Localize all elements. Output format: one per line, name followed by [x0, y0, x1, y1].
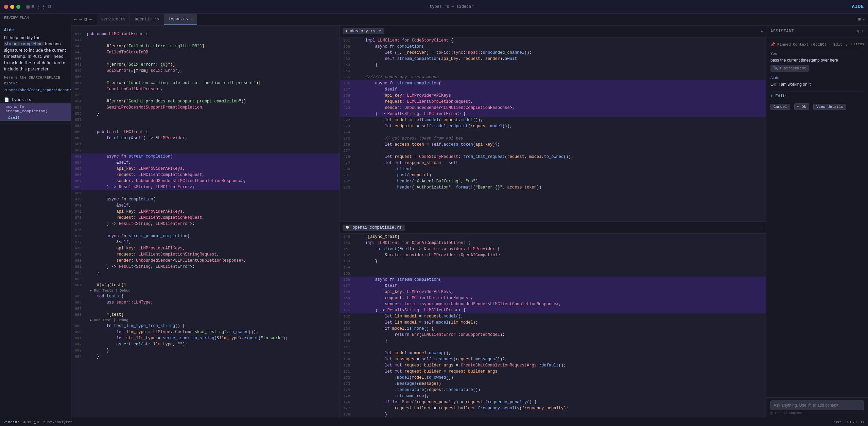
code-line-614: 614 pub enum LLMClientError {: [71, 31, 340, 37]
code-line-687: 687: [71, 306, 340, 312]
assistant-new-chat-icon[interactable]: +: [862, 29, 864, 34]
status-language[interactable]: Rust: [832, 420, 841, 424]
layout-icon[interactable]: ⊞: [31, 4, 34, 10]
minimize-button[interactable]: [10, 5, 14, 9]
assistant-title: ASSISTANT: [770, 29, 794, 34]
assistant-input-hint: @ to add context: [770, 411, 864, 415]
assistant-input-field[interactable]: [770, 400, 864, 410]
aide-description-text: I'll help modify the stream_completion f…: [4, 35, 67, 72]
rb-code-line-178: 178 }: [340, 411, 766, 417]
chat-text-you: pass the current timestamp over here: [770, 57, 864, 63]
tab-agentic-rs[interactable]: agentic.rs: [131, 14, 163, 25]
sidebar: REVIEW PLAN Aide I'll help modify the st…: [0, 14, 71, 418]
left-editor-pane: 614 pub enum LLMClientError { 644 645 #[…: [71, 26, 340, 418]
close-button[interactable]: [4, 5, 8, 9]
traffic-lights: [4, 5, 20, 9]
code-line-682: 682 }: [71, 270, 340, 276]
status-encoding[interactable]: UTF-8: [846, 420, 857, 424]
right-top-code-editor[interactable]: 251 impl LLMClient for CodeStoryClient {…: [340, 37, 766, 222]
code-line-645: 645 #[error("Failed to store in sqlite D…: [71, 43, 340, 49]
code-line-672: 672 api_key: LLMProviderAPIKeys,: [71, 209, 340, 215]
maximize-button[interactable]: [16, 5, 20, 9]
attachment-icon: 📎: [773, 66, 778, 70]
rb-code-line-173: 173 .messages(messages): [340, 381, 766, 387]
breadcrumb-split-icon[interactable]: ⊞: [858, 17, 861, 22]
rb-code-line-153: 153 }: [340, 258, 766, 264]
grid-icon[interactable]: ⋮⋮: [36, 4, 46, 10]
pin-icon: 📌: [770, 42, 775, 47]
tab-types-rs[interactable]: types.rs ✕: [164, 14, 197, 25]
r-code-line-267: 267 &self,: [340, 86, 766, 93]
titlebar: ▤ ⊞ ⋮⋮ ⧉ types.rs — sidecar AIDE: [0, 0, 868, 14]
ok-button[interactable]: ↩ Ok: [794, 103, 809, 110]
tab-openai-compatible[interactable]: openai_compatible.rs: [343, 225, 405, 231]
pane-more-icon[interactable]: ⋯: [761, 29, 763, 34]
ok-label: ↩ Ok: [797, 105, 806, 109]
code-line-680: 680 sender: UnboundedSender<LLMClientCom…: [71, 258, 340, 264]
status-right: Rust UTF-8 LF: [832, 420, 865, 424]
code-line-667: 667 sender: UnboundedSender<LLMClientCom…: [71, 178, 340, 184]
cfg-test-annotation: [71, 26, 340, 31]
edits-label[interactable]: + Edits: [770, 94, 787, 99]
status-bar: ⎇ main* ⊗ 33 △ 0 rust-analyzer Rust UTF-…: [0, 418, 868, 426]
tab-agentic-rs-label: agentic.rs: [135, 17, 159, 22]
assistant-header-actions: ∨ +: [857, 29, 864, 34]
assistant-panel: ASSISTANT ∨ + 📌 Pinned Context (0:1EC) ·…: [766, 26, 868, 418]
code-line-649: 649 SqlxError(#[from] sqlx::Error),: [71, 68, 340, 74]
nav-forward-icon[interactable]: →: [79, 17, 82, 22]
file-tree-item[interactable]: 📄 types.rs: [0, 96, 71, 103]
titlebar-title: types.rs — sidecar: [54, 4, 849, 9]
split-icon[interactable]: ⧉: [48, 4, 51, 10]
tab-service-rs-label: service.rs: [101, 17, 125, 22]
rb-code-line-150: 150 impl LLMClient for OpenAICompatibleC…: [340, 240, 766, 246]
code-ref-stream-completion: stream_completion: [4, 42, 44, 46]
rb-code-line-168: 168 let model = model.unwrap();: [340, 350, 766, 356]
rb-code-line-175: 175 .stream(true);: [340, 393, 766, 399]
status-errors[interactable]: ⊗ 33 △ 0: [23, 420, 39, 424]
status-line-ending[interactable]: LF: [861, 420, 865, 424]
nav-back-icon[interactable]: ←: [74, 17, 77, 22]
right-bottom-code-editor[interactable]: 149 #[async_trait] 150 impl LLMClient fo…: [340, 234, 766, 418]
run-test-link2[interactable]: ▶ Run Test | Debug: [90, 318, 128, 322]
rb-code-line-151: 151 fn client(&self) -> &crate::provider…: [340, 246, 766, 252]
tab-codestory-rs-num: 2: [379, 30, 381, 33]
code-line-684: 684 #[cfg(test)]: [71, 282, 340, 288]
code-line-663: 663 async fn stream_completion(: [71, 153, 340, 160]
code-line-656: 656 }: [71, 111, 340, 117]
cancel-button[interactable]: Cancel: [770, 104, 790, 110]
sidebar-item-stream-completion[interactable]: async fn stream_completion(: [0, 103, 71, 114]
rb-code-line-174: 174 .temperature(request.temperature()): [340, 387, 766, 393]
sidebar-toggle-icon[interactable]: ▤: [27, 4, 29, 10]
rb-code-line-157: 157 &self,: [340, 283, 766, 289]
right-bottom-pane: openai_compatible.rs ⋯ 149 #[async_trait…: [340, 222, 766, 418]
rb-code-line-169: 169 let messages = self.messages(request…: [340, 356, 766, 362]
code-line-651: 651 #[error("Function calling role but n…: [71, 80, 340, 86]
analyzer-label: rust-analyzer: [43, 420, 72, 424]
rb-code-line-172: 172 .model(model.to_owned()): [340, 375, 766, 381]
nav-more-icon[interactable]: ⋯: [89, 17, 92, 22]
tab-codestory-rs[interactable]: codestory.rs 2: [343, 28, 384, 34]
rb-code-line-155: 155: [340, 271, 766, 277]
breadcrumb-more-icon[interactable]: ⋯: [863, 17, 865, 22]
r-code-line-256: 256 async fn completion(: [340, 44, 766, 50]
code-line-662: 662: [71, 147, 340, 153]
editor-split: 614 pub enum LLMClientError { 644 645 #[…: [71, 26, 868, 418]
code-line-674: 674 ) -> Result<String, LLMClientError>;: [71, 221, 340, 227]
tab-close-icon[interactable]: ✕: [191, 17, 193, 21]
assistant-collapse-icon[interactable]: ∨: [857, 29, 860, 34]
pane-more-icon2[interactable]: ⋯: [761, 226, 763, 230]
sidebar-item-self-text: &self: [8, 115, 20, 120]
run-tests-link[interactable]: ▶ Run Tests | Debug: [90, 289, 131, 293]
code-line-688: 688 #[test]: [71, 312, 340, 318]
nav-split-icon[interactable]: ⧉: [84, 17, 87, 22]
left-code-editor[interactable]: 614 pub enum LLMClientError { 644 645 #[…: [71, 26, 340, 418]
sidebar-item-self[interactable]: &self: [0, 114, 71, 121]
code-line-669: 669: [71, 190, 340, 196]
status-branch[interactable]: ⎇ main*: [3, 420, 19, 424]
assistant-header: ASSISTANT ∨ +: [766, 26, 868, 37]
tab-service-rs[interactable]: service.rs: [97, 14, 130, 25]
code-line-648: 648 #[error("Sqlx errorr: {0}")]: [71, 62, 340, 68]
branch-icon: ⎇: [3, 420, 7, 424]
view-details-button[interactable]: View details: [813, 104, 846, 110]
status-analyzer[interactable]: rust-analyzer: [43, 420, 72, 424]
